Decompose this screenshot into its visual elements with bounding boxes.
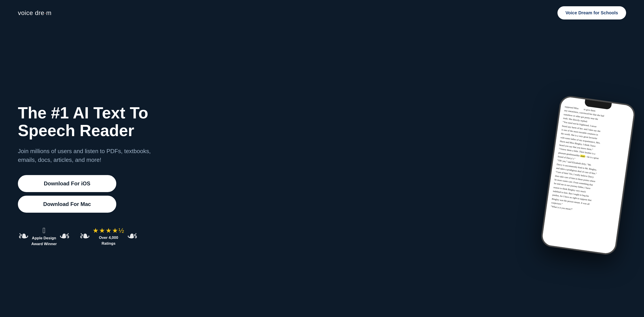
apple-award-label: Award Winner <box>31 241 57 246</box>
download-buttons: Download For iOS Download For Mac <box>18 175 116 213</box>
phone-hero: supposed Miss to give them any uneasines… <box>541 99 626 251</box>
ratings-badge: ❧ ★★★★½ Over 4,000 Ratings ❧ <box>79 227 138 246</box>
logo[interactable]: voice dre·m <box>18 10 52 17</box>
logo-text: voice dre·m <box>18 10 52 17</box>
download-mac-button[interactable]: Download For Mac <box>18 196 116 213</box>
apple-design-label: Apple Design <box>32 236 56 241</box>
schools-button[interactable]: Voice Dream for Schools <box>558 6 626 20</box>
laurel-right-icon: ❧ <box>59 229 70 243</box>
logo-dot: · <box>44 10 46 16</box>
hero-title: The #1 AI Text To Speech Reader <box>18 104 188 139</box>
ratings-laurel-left-icon: ❧ <box>79 229 90 243</box>
apple-design-badge: ❧  Apple Design Award Winner ❧ <box>18 226 70 246</box>
stars-display: ★★★★½ <box>92 227 124 234</box>
phone-mockup: supposed Miss to give them any uneasines… <box>540 95 636 256</box>
download-ios-button[interactable]: Download For iOS <box>18 175 116 192</box>
ratings-label: Ratings <box>102 241 116 246</box>
phone-text-content: supposed Miss to give them any uneasines… <box>550 105 630 218</box>
hero-content: The #1 AI Text To Speech Reader Join mil… <box>18 104 197 246</box>
ratings-count-label: Over 4,000 <box>99 235 118 240</box>
badges-row: ❧  Apple Design Award Winner ❧ ❧ ★★★★½ … <box>18 226 188 246</box>
hero-subtitle: Join millions of users and listen to PDF… <box>18 147 170 164</box>
ratings-laurel-right-icon: ❧ <box>127 229 138 243</box>
laurel-left-icon: ❧ <box>18 229 29 243</box>
apple-icon:  <box>43 226 46 235</box>
phone-screen: supposed Miss to give them any uneasines… <box>541 96 635 254</box>
